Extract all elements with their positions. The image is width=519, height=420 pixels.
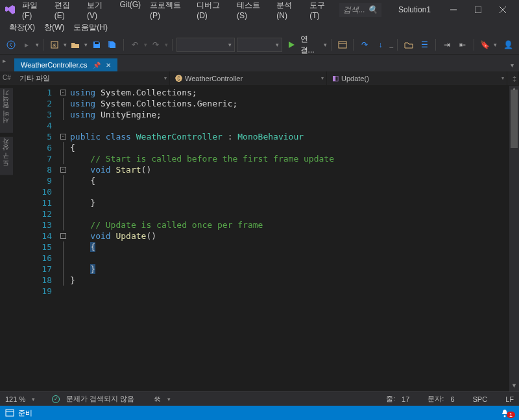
scroll-thumb[interactable]: [511, 90, 518, 148]
zoom-level[interactable]: 121 %: [5, 395, 25, 403]
nav-member[interactable]: ◧ Update(): [327, 71, 507, 85]
code-line[interactable]: [70, 253, 509, 264]
fold-marker: [58, 175, 67, 186]
code-line[interactable]: [70, 186, 509, 197]
code-line[interactable]: // Start is called before the first fram…: [70, 153, 509, 164]
scroll-down-icon[interactable]: ▼: [509, 382, 519, 391]
undo-button[interactable]: ↶: [128, 38, 142, 52]
code-editor[interactable]: 12345678910111213141516171819 ---- using…: [13, 86, 519, 391]
sidetab-toolbox[interactable]: 도구 상자: [0, 137, 13, 175]
run-label[interactable]: 연결...: [300, 34, 322, 56]
menu-extensions[interactable]: 확장(X): [5, 19, 39, 36]
fold-marker: [58, 275, 67, 286]
fold-marker[interactable]: -: [58, 164, 67, 175]
line-value[interactable]: 17: [402, 395, 409, 403]
code-line[interactable]: }: [70, 275, 509, 286]
config-combo[interactable]: [176, 38, 235, 52]
fold-marker[interactable]: -: [58, 230, 67, 241]
fold-marker: [58, 186, 67, 197]
code-line[interactable]: using UnityEngine;: [70, 109, 509, 120]
fold-marker[interactable]: -: [58, 87, 67, 98]
menu-bar-row1: 파일(F) 편집(E) 보기(V) Git(G) 프로젝트(P) 디버그(D) …: [0, 0, 519, 19]
save-all-button[interactable]: [106, 38, 120, 52]
line-number: 11: [25, 197, 52, 208]
minimize-button[interactable]: [442, 1, 465, 19]
nav-fwd-button[interactable]: ▸: [20, 38, 34, 52]
fold-gutter[interactable]: ----: [58, 86, 67, 391]
line-number: 8: [25, 164, 52, 175]
svg-text:✳: ✳: [52, 42, 57, 49]
tab-sidepin-icon[interactable]: ▸: [3, 57, 6, 64]
bookmark-icon[interactable]: 🔖: [478, 38, 492, 52]
menu-tools[interactable]: 도구(T): [306, 0, 337, 23]
tab-close-icon[interactable]: ✕: [106, 62, 111, 69]
code-line[interactable]: public class WeatherController : MonoBeh…: [70, 131, 509, 142]
line-label: 줄:: [386, 394, 395, 404]
notifications-button[interactable]: 1: [500, 408, 515, 418]
code-line[interactable]: using System.Collections.Generic;: [70, 98, 509, 109]
col-value[interactable]: 6: [450, 395, 454, 403]
code-area[interactable]: using System.Collections;using System.Co…: [67, 86, 509, 391]
menu-help[interactable]: 도움말(H): [69, 19, 112, 36]
issues-text[interactable]: 문제가 검색되지 않음: [66, 394, 134, 404]
window-icon[interactable]: [5, 408, 14, 417]
menu-analyze[interactable]: 분석(N): [272, 0, 304, 23]
close-button[interactable]: [492, 1, 514, 19]
lf-indicator[interactable]: LF: [505, 395, 514, 403]
code-line[interactable]: // Update is called once per frame: [70, 219, 509, 230]
code-line[interactable]: }: [70, 197, 509, 208]
search-icon: 🔍: [368, 5, 378, 14]
tool-window-icon[interactable]: [335, 38, 350, 52]
code-line[interactable]: using System.Collections;: [70, 87, 509, 98]
nav-project[interactable]: 기타 파일: [14, 71, 170, 85]
code-line[interactable]: {: [70, 241, 509, 253]
code-line[interactable]: [70, 208, 509, 219]
line-number: 4: [25, 120, 52, 131]
nav-class[interactable]: 🅒 WeatherController: [170, 71, 327, 85]
screwdriver-icon[interactable]: 🛠: [154, 395, 161, 403]
nav-back-button[interactable]: [4, 38, 18, 52]
menu-test[interactable]: 테스트(S): [233, 0, 271, 23]
vertical-scrollbar[interactable]: ▲ ▼: [509, 86, 519, 391]
menu-project[interactable]: 프로젝트(P): [146, 0, 191, 23]
run-button[interactable]: [284, 38, 298, 52]
step-over-icon[interactable]: ↷: [357, 38, 372, 52]
code-line[interactable]: [70, 120, 509, 131]
folder-icon[interactable]: [402, 38, 416, 52]
save-button[interactable]: [90, 38, 104, 52]
search-placeholder: 검색...: [343, 5, 365, 16]
spc-indicator[interactable]: SPC: [473, 395, 488, 403]
tab-dropdown-icon[interactable]: ▾: [505, 59, 519, 71]
code-line[interactable]: {: [70, 175, 509, 186]
new-item-button[interactable]: ✳: [47, 38, 62, 52]
indent-icon[interactable]: ⇥: [440, 38, 454, 52]
vs-logo-icon: [5, 5, 16, 15]
platform-combo[interactable]: [237, 38, 282, 52]
fold-marker: [58, 109, 67, 120]
open-file-button[interactable]: [69, 38, 83, 52]
code-line[interactable]: [70, 286, 509, 297]
step-into-icon[interactable]: ↓: [374, 38, 388, 52]
fold-marker[interactable]: -: [58, 131, 67, 142]
tab-pin-icon[interactable]: 📌: [93, 62, 101, 69]
sidetab-server-explorer[interactable]: 서버 탐색기: [0, 88, 13, 133]
code-line[interactable]: void Update(): [70, 230, 509, 241]
code-line[interactable]: void Start(): [70, 164, 509, 175]
line-number-gutter: 12345678910111213141516171819: [25, 86, 58, 391]
line-number: 5: [25, 131, 52, 142]
outdent-icon[interactable]: ⇤: [455, 38, 470, 52]
redo-button[interactable]: ↷: [149, 38, 163, 52]
tab-filename: WeatherController.cs: [21, 61, 88, 69]
code-line[interactable]: }: [70, 264, 509, 275]
search-input[interactable]: 검색... 🔍: [339, 3, 381, 17]
menu-debug[interactable]: 디버그(D): [193, 0, 232, 23]
tab-weathercontroller[interactable]: WeatherController.cs 📌 ✕: [14, 58, 117, 71]
nav-split-toggle[interactable]: [507, 71, 519, 85]
side-tool-tabs: 서버 탐색기 도구 상자: [0, 86, 13, 175]
list-icon[interactable]: ☰: [417, 38, 431, 52]
menu-window[interactable]: 창(W): [40, 19, 68, 36]
maximize-button[interactable]: [467, 1, 489, 19]
menu-git[interactable]: Git(G): [115, 0, 145, 23]
live-share-icon[interactable]: 👤: [501, 38, 515, 52]
code-line[interactable]: {: [70, 142, 509, 153]
